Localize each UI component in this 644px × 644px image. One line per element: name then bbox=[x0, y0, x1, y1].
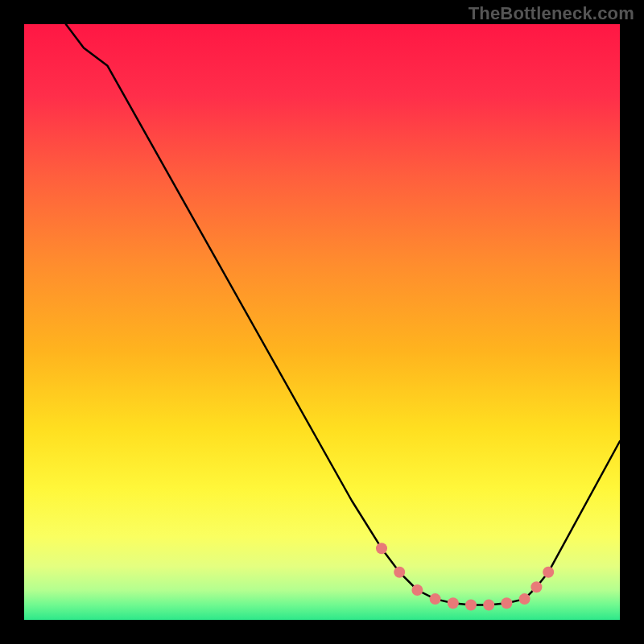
plot-area bbox=[24, 24, 620, 620]
curve-layer bbox=[24, 24, 620, 620]
chart-frame: TheBottleneck.com bbox=[0, 0, 644, 644]
watermark-text: TheBottleneck.com bbox=[469, 3, 634, 24]
